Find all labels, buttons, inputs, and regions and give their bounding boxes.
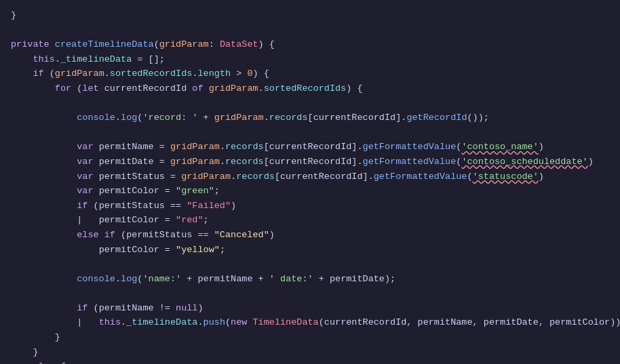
code-line: [0, 257, 620, 272]
code-line: var permitDate = gridParam.records[curre…: [0, 155, 620, 169]
code-line: else if (permitStatus == "Canceled"): [0, 228, 620, 243]
code-line: private createTimelineData(gridParam: Da…: [0, 37, 620, 52]
code-line: }: [0, 330, 620, 345]
code-line: [0, 286, 620, 301]
code-block: } private createTimelineData(gridParam: …: [0, 5, 620, 364]
code-line: console.log('name:' + permitName + ' dat…: [0, 272, 620, 287]
code-line: if (permitName != null): [0, 301, 620, 316]
code-line: [0, 96, 620, 111]
code-line: permitColor = "yellow";: [0, 243, 620, 258]
code-line: [0, 23, 620, 38]
code-line: var permitStatus = gridParam.records[cur…: [0, 169, 620, 184]
code-line: console.log('record: ' + gridParam.recor…: [0, 110, 620, 125]
code-line: for (let currentRecordId of gridParam.so…: [0, 81, 620, 96]
code-line: | this._timelineData.push(new TimelineDa…: [0, 315, 620, 330]
code-line: var permitColor = "green";: [0, 184, 620, 199]
code-line: if (gridParam.sortedRecordIds.length > 0…: [0, 66, 620, 81]
code-line: if (permitStatus == "Failed"): [0, 199, 620, 214]
code-line: [0, 125, 620, 140]
code-line: var permitName = gridParam.records[curre…: [0, 140, 620, 155]
code-line: this._timelineData = [];: [0, 52, 620, 67]
code-line: }: [0, 8, 620, 23]
code-line: }: [0, 345, 620, 360]
code-line: | permitColor = "red";: [0, 213, 620, 228]
code-line: else {: [0, 359, 620, 364]
